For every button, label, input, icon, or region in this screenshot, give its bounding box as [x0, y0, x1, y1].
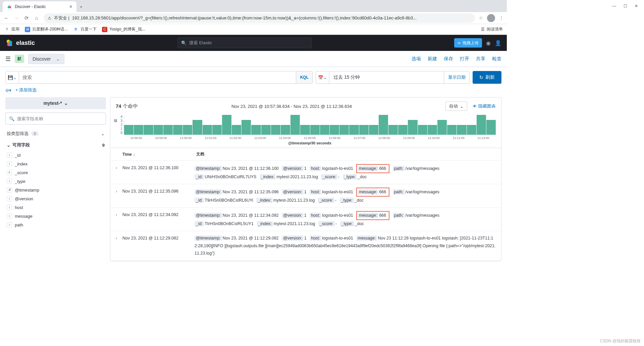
chart-bar[interactable] [388, 125, 398, 135]
saved-query-button[interactable]: 💾⌄ [6, 71, 19, 83]
chart-bar[interactable] [281, 125, 290, 135]
back-icon[interactable]: ← [3, 15, 9, 21]
field-item[interactable]: 🗓@timestamp [5, 186, 106, 194]
nav-toggle-icon[interactable]: ☰ [5, 55, 11, 63]
field-item[interactable]: t_id [5, 151, 106, 159]
chart-bar[interactable] [457, 125, 466, 135]
chart-bar[interactable] [486, 120, 496, 135]
chart-bar[interactable] [251, 125, 261, 135]
home-icon[interactable]: ⌂ [34, 15, 40, 21]
chart-bar[interactable] [222, 115, 231, 135]
refresh-button[interactable]: ↻ 刷新 [473, 71, 501, 84]
global-search[interactable]: 🔍 搜索 Elastic [177, 38, 312, 48]
field-item[interactable]: #_score [5, 168, 106, 177]
table-row[interactable]: ›Nov 23, 2021 @ 11:12:35.096@timestamp:N… [110, 184, 501, 208]
chart-bar[interactable] [330, 125, 339, 135]
chart-bar[interactable] [203, 125, 212, 135]
expand-icon[interactable]: › [116, 234, 122, 257]
time-range[interactable]: 过去 15 分钟 [329, 71, 444, 83]
reading-list-button[interactable]: ☰阅读清单 [481, 26, 503, 32]
field-search-input[interactable] [17, 116, 102, 121]
chart-bar[interactable] [398, 125, 408, 135]
nav-share[interactable]: 共享 [476, 56, 485, 62]
chart-bar[interactable] [379, 115, 388, 135]
chart-bar[interactable] [212, 125, 222, 135]
table-row[interactable]: ›Nov 23, 2021 @ 11:12:36.100@timestamp:N… [110, 161, 501, 184]
index-pattern-selector[interactable]: mytest-* ⌄ [5, 97, 106, 109]
expand-icon[interactable]: › [116, 211, 122, 227]
show-dates-button[interactable]: 显示日期 [444, 71, 470, 83]
kql-toggle[interactable]: KQL [296, 71, 313, 83]
user-icon[interactable]: 👤 [495, 40, 501, 46]
bookmark-star-icon[interactable]: ☆ [479, 15, 483, 20]
chart-bars[interactable] [124, 115, 496, 135]
chart-bar[interactable] [193, 120, 202, 135]
elastic-logo[interactable]: elastic [5, 39, 35, 47]
chart-bar[interactable] [418, 125, 427, 135]
chart-bar[interactable] [290, 115, 300, 135]
forward-icon[interactable]: → [13, 15, 19, 21]
table-row[interactable]: ›Nov 23, 2021 @ 11:12:29.082@timestamp:N… [110, 231, 501, 261]
browser-menu-icon[interactable]: ⋮ [499, 15, 503, 20]
field-item[interactable]: t_type [5, 177, 106, 186]
chart-bar[interactable] [173, 125, 182, 135]
nav-open[interactable]: 打开 [460, 56, 469, 62]
chart-bar[interactable] [467, 125, 476, 135]
chart-bar[interactable] [144, 125, 153, 135]
upload-button[interactable]: ∞ 拖拽上传 [454, 38, 482, 48]
calendar-icon[interactable]: 📅⌄ [316, 71, 329, 83]
chart-bar[interactable] [428, 125, 437, 135]
chart-bar[interactable] [183, 125, 192, 135]
field-item[interactable]: t@version [5, 194, 106, 203]
chart-bar[interactable] [232, 125, 241, 135]
chart-bar[interactable] [124, 125, 133, 135]
chart-bar[interactable] [261, 125, 271, 135]
col-time[interactable]: Time ↓ [122, 151, 196, 157]
field-item[interactable]: tpath [5, 220, 106, 229]
bookmark-yosigo[interactable]: CYosigo_的博客_我... [102, 26, 145, 32]
chart-bar[interactable] [437, 120, 447, 135]
bookmark-baidu-translate[interactable]: 译百度翻译-200种语... [25, 26, 68, 32]
space-badge[interactable]: 默 [15, 55, 24, 63]
discover-breadcrumb[interactable]: Discover ⌄ [28, 54, 64, 64]
expand-icon[interactable]: › [116, 188, 122, 204]
filter-settings-icon[interactable]: ⊖▾ [5, 88, 11, 93]
chart-bar[interactable] [300, 125, 310, 135]
chart-bar[interactable] [447, 125, 457, 135]
browser-tab[interactable]: Discover - Elastic ✕ [3, 1, 76, 12]
chart-bar[interactable] [154, 125, 163, 135]
chart-bar[interactable] [339, 125, 349, 135]
apps-button[interactable]: ⠿应用 [4, 26, 19, 32]
url-bar[interactable]: ⚠ 不安全 | 192.168.15.28:5601/app/discover#… [44, 13, 475, 23]
available-fields-header[interactable]: ⌄可用字段 9 [5, 139, 106, 151]
hide-chart-button[interactable]: 👁隐藏图表 [473, 103, 496, 109]
interval-selector[interactable]: 自动⌄ [445, 101, 467, 111]
field-item[interactable]: thost [5, 203, 106, 212]
field-item[interactable]: tmessage [5, 212, 106, 220]
newsfeed-icon[interactable]: ◉ [486, 40, 491, 46]
chart-bar[interactable] [349, 125, 359, 135]
nav-save[interactable]: 保存 [444, 56, 453, 62]
chart-bar[interactable] [369, 125, 378, 135]
nav-new[interactable]: 新建 [428, 56, 437, 62]
nav-inspect[interactable]: 检查 [492, 56, 501, 62]
expand-icon[interactable]: › [116, 164, 122, 181]
reload-icon[interactable]: ⟳ [23, 15, 30, 21]
chart-bar[interactable] [310, 125, 320, 135]
chart-bar[interactable] [408, 120, 417, 135]
table-row[interactable]: ›Nov 23, 2021 @ 11:12:34.092@timestamp:N… [110, 208, 501, 231]
chart-bar[interactable] [134, 125, 143, 135]
filter-by-type[interactable]: 按类型筛选 0 ⌄ [5, 128, 106, 139]
query-input[interactable] [19, 71, 296, 83]
add-filter-button[interactable]: + 添加筛选 [15, 87, 37, 93]
nav-options[interactable]: 选项 [412, 56, 421, 62]
col-doc[interactable]: 文档 [196, 151, 204, 157]
bookmark-baidu[interactable]: 掌百度一下 [73, 26, 97, 32]
close-icon[interactable]: ✕ [69, 4, 72, 9]
profile-avatar[interactable] [487, 14, 495, 22]
chart-bar[interactable] [359, 125, 369, 135]
chart-bar[interactable] [320, 125, 329, 135]
chart-bar[interactable] [477, 115, 486, 135]
chart-bar[interactable] [241, 120, 251, 135]
chart-bar[interactable] [271, 125, 280, 135]
